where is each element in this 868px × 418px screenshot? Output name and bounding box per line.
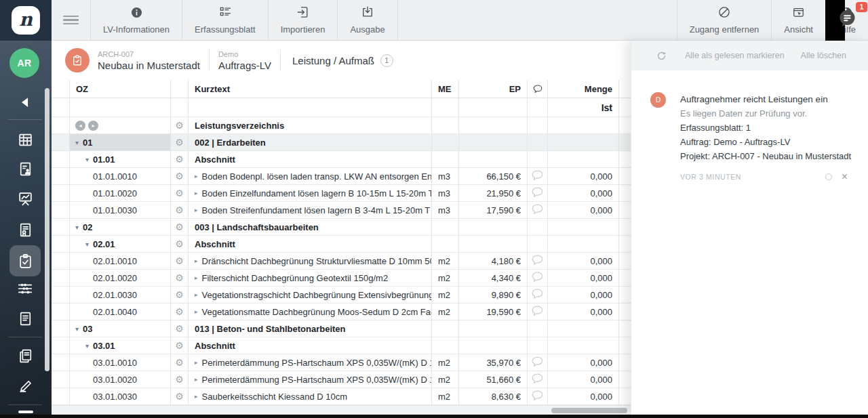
expand-arrow-icon[interactable]: ▸ [195,291,198,298]
comment-bubble-icon[interactable] [532,204,543,216]
sidebar-item-certificate-document[interactable] [16,220,35,239]
row-actions-gear-icon[interactable]: ⚙ [171,202,189,219]
sidebar-scrollbar[interactable] [45,88,50,371]
collapse-caret-icon[interactable]: ▾ [75,224,79,231]
menge-cell[interactable]: 0,000 [548,270,619,287]
menge-cell[interactable]: 0,000 [548,253,619,270]
comment-bubble-icon[interactable] [532,289,543,301]
toolbar-button-lv-informationen[interactable]: LV-Informationen [90,0,182,40]
comment-cell[interactable] [528,371,548,388]
project-block[interactable]: ARCH-007 Neubau in Musterstadt [98,50,200,71]
table-row-02.01[interactable]: ▾02.01⚙Abschnitt [52,236,631,253]
expand-arrow-icon[interactable]: ▸ [195,308,198,315]
row-actions-gear-icon[interactable]: ⚙ [171,320,189,337]
menge-cell[interactable]: 0,000 [548,388,619,405]
table-row-01.01[interactable]: ▾01.01⚙Abschnitt [52,151,631,168]
comment-cell[interactable] [528,287,548,304]
row-actions-gear-icon[interactable]: ⚙ [171,371,189,388]
row-actions-gear-icon[interactable]: ⚙ [171,287,189,304]
row-actions-gear-icon[interactable]: ⚙ [171,168,189,185]
table-row-02.01.0020[interactable]: 02.01.0020⚙▸Filterschicht Dachbegrünung … [52,270,631,287]
notification-count-badge[interactable]: 1 [856,2,867,12]
next-page-icon[interactable]: ▸ [88,121,98,131]
comment-bubble-icon[interactable] [532,390,543,402]
dismiss-notification-icon[interactable]: × [842,173,848,180]
collapse-caret-icon[interactable]: ▾ [85,156,89,163]
sidebar-item-document-lines[interactable] [16,309,35,328]
table-row-01[interactable]: ▾01⚙002 | Erdarbeiten [52,134,631,151]
table-row-01.01.0020[interactable]: 01.01.0020⚙▸Boden Einzelfundament lösen … [52,185,631,202]
menge-cell[interactable]: 0,000 [548,354,619,371]
notification-item[interactable]: D Auftragnehmer reicht Leistungen ein Es… [631,70,868,181]
sidebar-item-spreadsheet[interactable] [16,130,35,149]
sidebar-item-presentation-chart[interactable] [16,189,35,208]
comment-cell[interactable] [528,388,548,405]
horizontal-scrollbar-track[interactable] [52,405,631,415]
table-row-03.01.0020[interactable]: 03.01.0020⚙▸Perimeterdämmung PS-Hartscha… [52,371,631,388]
table-row-03.01[interactable]: ▾03.01⚙Abschnitt [52,337,631,354]
comment-bubble-icon[interactable] [532,187,543,199]
table-row-03.01.0030[interactable]: 03.01.0030⚙▸Sauberkeitsschicht Kiessand … [52,388,631,405]
comment-cell[interactable] [528,168,548,185]
row-actions-gear-icon[interactable]: ⚙ [171,151,189,168]
comment-cell[interactable] [528,185,548,202]
app-logo[interactable]: n [0,0,52,41]
menu-button[interactable] [52,0,90,40]
user-avatar[interactable]: AR [9,48,39,78]
sidebar-item-clipboard-check[interactable] [9,245,41,276]
row-actions-gear-icon[interactable]: ⚙ [171,354,189,371]
toolbar-button-erfassungsblatt[interactable]: Erfassungsblatt [182,0,268,40]
toolbar-button-importieren[interactable]: Importieren [268,0,338,40]
table-row-02.01.0030[interactable]: 02.01.0030⚙▸Vegetationstragschicht Dachb… [52,287,631,304]
expand-arrow-icon[interactable]: ▸ [195,359,198,366]
collapse-caret-icon[interactable]: ▾ [85,342,89,350]
comment-cell[interactable] [528,253,548,270]
row-actions-gear-icon[interactable]: ⚙ [171,253,189,270]
expand-arrow-icon[interactable]: ▸ [195,393,198,400]
refresh-icon[interactable] [656,50,667,62]
comment-cell[interactable] [528,270,548,287]
comment-bubble-icon[interactable] [532,255,543,267]
table-row-02.01.0010[interactable]: 02.01.0010⚙▸Dränschicht Dachbegrünung St… [52,253,631,270]
row-actions-gear-icon[interactable]: ⚙ [171,270,189,287]
toolbar-button-zugang-entfernen[interactable]: Zugang entfernen [677,0,772,40]
row-actions-gear-icon[interactable]: ⚙ [171,388,189,405]
collapse-caret-icon[interactable]: ▾ [75,325,79,333]
comment-bubble-icon[interactable] [532,356,543,369]
horizontal-scrollbar-thumb[interactable] [551,408,627,413]
table-row-02.01.0040[interactable]: 02.01.0040⚙▸Vegetationsmatte Dachbegrünu… [52,304,631,320]
comment-bubble-icon[interactable] [532,170,543,182]
menge-cell[interactable]: 0,000 [548,185,619,202]
menge-cell[interactable]: 0,000 [548,371,619,388]
table-row-03.01.0010[interactable]: 03.01.0010⚙▸Perimeterdämmung PS-Hartscha… [52,354,631,371]
menge-cell[interactable]: 0,000 [548,168,619,185]
mark-all-read-button[interactable]: Alle als gelesen markieren [685,51,785,60]
row-actions-gear-icon[interactable]: ⚙ [171,185,189,202]
comment-cell[interactable] [528,304,548,320]
row-actions-gear-icon[interactable]: ⚙ [171,236,189,253]
table-row-01.01.0010[interactable]: 01.01.0010⚙▸Boden Bodenpl. lösen laden t… [52,168,631,185]
sidebar-item-copy-documents[interactable] [16,346,35,365]
collapse-caret-icon[interactable]: ▾ [75,139,79,146]
row-actions-gear-icon[interactable]: ⚙ [171,134,189,151]
row-actions-gear-icon[interactable]: ⚙ [171,304,189,320]
comment-cell[interactable] [528,202,548,219]
order-block[interactable]: Demo Auftrags-LV [218,50,271,71]
menge-cell[interactable]: 0,000 [548,287,619,304]
sidebar-item-contacts-document[interactable] [16,159,35,178]
sidebar-item-back[interactable] [16,93,35,112]
expand-arrow-icon[interactable]: ▸ [195,190,198,196]
comment-bubble-icon[interactable] [532,373,543,385]
menge-cell[interactable]: 0,000 [548,202,619,219]
delete-all-button[interactable]: Alle löschen [801,51,846,60]
menge-cell[interactable]: 0,000 [548,304,619,320]
support-chat-icon[interactable] [838,9,856,28]
comment-bubble-icon[interactable] [532,272,543,284]
toolbar-button-ausgabe[interactable]: Ausgabe [337,0,397,40]
tab-leistung-aufmass[interactable]: Leistung / Aufmaß 1 [292,54,393,67]
toolbar-button-ansicht[interactable]: Ansicht [771,0,825,40]
table-row-02[interactable]: ▾02⚙003 | Landschaftsbauarbeiten [52,219,631,236]
expand-arrow-icon[interactable]: ▸ [195,274,198,281]
prev-page-icon[interactable]: ◂ [75,121,85,131]
table-row-lv-root[interactable]: ◂▸⚙Leistungsverzeichnis [52,117,631,134]
